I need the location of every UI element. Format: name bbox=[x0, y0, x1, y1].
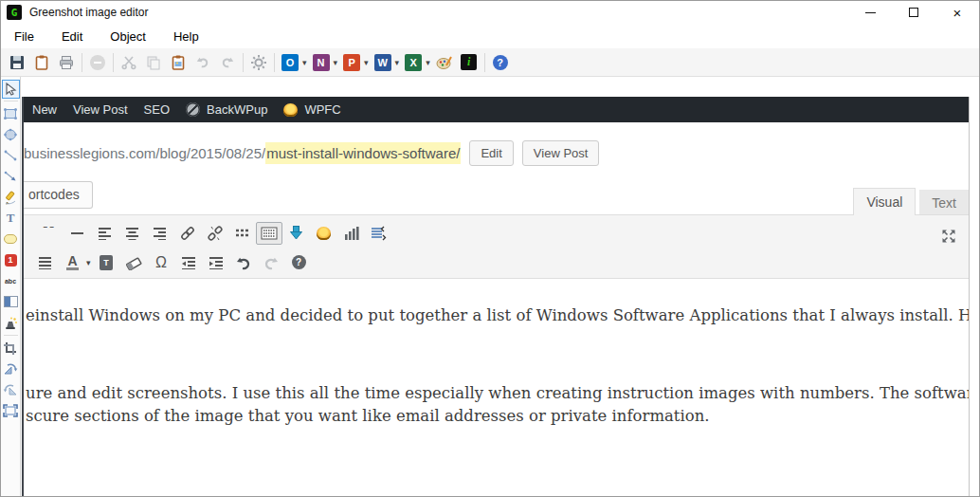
highlight-tool-button[interactable]: abc bbox=[1, 270, 20, 291]
rotate-ccw-tool-button[interactable] bbox=[1, 379, 20, 400]
greenshot-window: G Greenshot image editor × File Edit Obj… bbox=[0, 0, 980, 497]
outdent-button[interactable] bbox=[175, 250, 203, 275]
backwpup-icon bbox=[186, 102, 200, 117]
print-button[interactable] bbox=[54, 50, 79, 75]
align-right-button[interactable] bbox=[146, 221, 173, 246]
menu-edit[interactable]: Edit bbox=[52, 26, 92, 47]
onenote-dropdown-caret[interactable]: ▾ bbox=[334, 58, 338, 67]
ellipse-icon bbox=[3, 128, 18, 141]
permalink-row: businesslegions.com/blog/2015/08/25/must… bbox=[24, 138, 969, 167]
close-button[interactable]: × bbox=[935, 1, 979, 24]
cut-icon bbox=[120, 54, 137, 71]
horizontal-rule-button[interactable] bbox=[64, 221, 91, 246]
align-center-button[interactable] bbox=[118, 221, 146, 246]
help-button[interactable]: ? bbox=[488, 50, 513, 75]
shortcodes-button[interactable]: ortcodes bbox=[24, 181, 93, 209]
undo-button[interactable] bbox=[230, 250, 258, 275]
menu-file[interactable]: File bbox=[5, 26, 44, 47]
resize-tool-button[interactable] bbox=[1, 400, 20, 421]
export-powerpoint-button[interactable]: P bbox=[339, 50, 364, 75]
excel-dropdown-caret[interactable]: ▾ bbox=[426, 58, 430, 67]
export-onenote-button[interactable]: N bbox=[309, 50, 334, 75]
align-left-button[interactable] bbox=[91, 221, 118, 246]
gear-icon bbox=[250, 54, 267, 71]
copy-button-disabled[interactable] bbox=[141, 50, 166, 75]
export-outlook-button[interactable]: O bbox=[278, 50, 302, 75]
freehand-tool-button[interactable] bbox=[1, 187, 20, 208]
window-controls: × bbox=[848, 1, 979, 24]
powerpoint-icon: P bbox=[343, 54, 360, 71]
distraction-free-button[interactable] bbox=[940, 228, 957, 248]
counter-tool-button[interactable]: 1 bbox=[1, 249, 20, 270]
wpfc-toolbar-button[interactable] bbox=[310, 221, 337, 246]
export-imgur-button[interactable]: i bbox=[457, 50, 481, 75]
more-tag-button[interactable] bbox=[228, 221, 256, 246]
keyboard-shortcuts-button[interactable]: ? bbox=[285, 250, 313, 275]
view-post-button[interactable]: View Post bbox=[522, 140, 600, 166]
remove-link-button[interactable] bbox=[201, 221, 228, 246]
line-tool-button[interactable] bbox=[1, 145, 20, 166]
adminbar-view-post[interactable]: View Post bbox=[73, 102, 128, 117]
toolbar-toggle-button[interactable] bbox=[256, 222, 282, 245]
rotate-cw-tool-button[interactable] bbox=[1, 359, 20, 379]
greenshot-app-icon: G bbox=[7, 5, 22, 20]
crop-icon bbox=[3, 341, 18, 356]
paste-button[interactable] bbox=[166, 50, 191, 75]
export-excel-button[interactable]: X bbox=[401, 50, 426, 75]
adminbar-wpfc[interactable]: WPFC bbox=[283, 102, 340, 117]
tab-text[interactable]: Text bbox=[919, 190, 969, 215]
rectangle-tool-button[interactable] bbox=[1, 103, 20, 124]
text-color-dropdown-caret[interactable]: ▾ bbox=[86, 258, 91, 267]
insert-download-button[interactable] bbox=[282, 221, 310, 246]
editor-canvas[interactable]: New View Post SEO BackWPup WPFC business… bbox=[21, 77, 979, 496]
ellipse-tool-button[interactable] bbox=[1, 124, 20, 145]
blockquote-button[interactable]: “ bbox=[36, 221, 64, 246]
cut-button-disabled[interactable] bbox=[117, 50, 141, 75]
text-tool-button[interactable]: T bbox=[1, 208, 20, 229]
export-paint-button[interactable] bbox=[432, 50, 457, 75]
menu-help[interactable]: Help bbox=[164, 26, 209, 47]
outlook-dropdown-caret[interactable]: ▾ bbox=[302, 58, 307, 67]
save-button[interactable] bbox=[5, 50, 29, 75]
align-right-icon bbox=[153, 227, 167, 240]
menu-object[interactable]: Object bbox=[100, 26, 155, 47]
redo-button-disabled[interactable] bbox=[215, 50, 240, 75]
horizontal-rule-icon bbox=[71, 232, 83, 234]
clear-formatting-button[interactable] bbox=[120, 250, 148, 275]
insert-link-button[interactable] bbox=[173, 221, 201, 246]
indent-button[interactable] bbox=[203, 250, 230, 275]
effects-tool-button[interactable] bbox=[1, 312, 20, 333]
stats-button[interactable] bbox=[337, 221, 365, 246]
crop-tool-button[interactable] bbox=[1, 338, 20, 359]
copy-to-clipboard-button[interactable] bbox=[29, 50, 54, 75]
edit-permalink-button[interactable]: Edit bbox=[469, 140, 513, 166]
settings-button[interactable] bbox=[246, 50, 271, 75]
obfuscate-tool-button[interactable] bbox=[1, 291, 20, 312]
adminbar-backwpup[interactable]: BackWPup bbox=[186, 102, 267, 117]
editor-help-icon: ? bbox=[292, 255, 306, 269]
copy-icon bbox=[145, 54, 162, 71]
justify-button[interactable] bbox=[31, 250, 59, 275]
paste-as-text-icon: T bbox=[100, 255, 113, 270]
powerpoint-dropdown-caret[interactable]: ▾ bbox=[364, 58, 369, 67]
adminbar-seo[interactable]: SEO bbox=[144, 102, 170, 117]
special-character-button[interactable]: Ω bbox=[148, 250, 175, 275]
arrow-tool-button[interactable] bbox=[1, 166, 20, 187]
paste-as-text-button[interactable]: T bbox=[93, 250, 120, 275]
text-color-button[interactable]: A bbox=[59, 250, 86, 275]
minimize-button[interactable] bbox=[848, 1, 892, 24]
permalink-slug[interactable]: must-install-windows-software/ bbox=[265, 142, 461, 164]
export-word-button[interactable]: W bbox=[371, 50, 395, 75]
tinymce-row-2: A ▾ T Ω ? bbox=[24, 248, 969, 277]
maximize-button[interactable] bbox=[892, 1, 935, 24]
undo-button-disabled[interactable] bbox=[191, 50, 215, 75]
link-icon bbox=[179, 225, 196, 242]
speechbubble-tool-button[interactable] bbox=[1, 229, 20, 249]
pointer-tool-button[interactable] bbox=[2, 80, 20, 99]
shortcode-list-button[interactable] bbox=[365, 221, 392, 246]
word-dropdown-caret[interactable]: ▾ bbox=[395, 58, 400, 67]
redo-button-disabled[interactable] bbox=[258, 250, 285, 275]
tab-visual[interactable]: Visual bbox=[853, 188, 916, 215]
delete-button-disabled[interactable] bbox=[85, 50, 110, 75]
adminbar-new[interactable]: New bbox=[32, 102, 57, 117]
